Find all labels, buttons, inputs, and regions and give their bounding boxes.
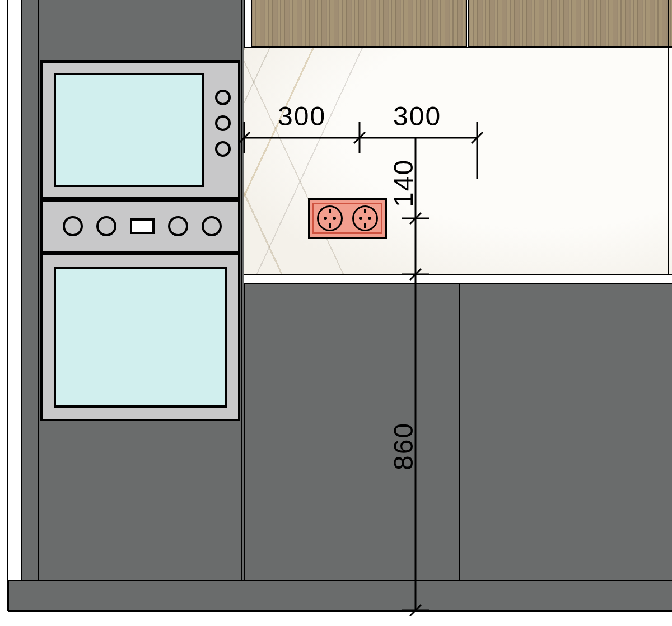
dim-300-b: 300 (393, 101, 441, 132)
floor-line (7, 610, 672, 611)
upper-cabinet-wood-right (468, 0, 672, 47)
socket-2 (352, 205, 378, 231)
oven-knob-1 (63, 216, 83, 236)
tall-cabinet-inner-right (241, 0, 242, 580)
oven-knob-3 (168, 216, 188, 236)
microwave-knob-1 (215, 90, 231, 105)
oven-controls (63, 216, 222, 236)
backsplash-marble (244, 47, 672, 276)
dim-860: 860 (388, 422, 419, 470)
dim-300-a: 300 (278, 101, 326, 132)
socket-1 (317, 205, 343, 231)
upper-cabinet-wood-left (251, 0, 467, 47)
tall-cabinet-inner-left (38, 0, 39, 580)
microwave-door (54, 73, 204, 187)
kitchen-elevation-diagram: 300 300 140 860 (0, 0, 672, 626)
oven-door (54, 267, 227, 408)
left-wall-line (7, 0, 8, 611)
base-cabinet-left (244, 283, 461, 582)
oven-display (130, 218, 155, 234)
oven-knob-4 (202, 216, 222, 236)
base-cabinet-right (459, 283, 672, 582)
plinth (8, 580, 672, 612)
microwave-knob-3 (215, 141, 231, 157)
dim-140: 140 (388, 159, 419, 207)
microwave-knob-2 (215, 115, 231, 131)
oven-knob-2 (96, 216, 116, 236)
